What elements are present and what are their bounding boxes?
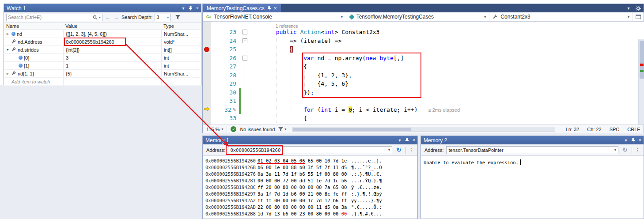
memory2-address-input[interactable] <box>448 147 614 153</box>
scrollbar-thumb[interactable] <box>640 41 644 79</box>
watch-row[interactable]: ▶nd[1, 1]{5}NumShar... <box>4 70 201 78</box>
code-line[interactable]: 26− var nd = np.array(new byte[,] <box>203 54 644 63</box>
glyph-margin-cell[interactable] <box>203 97 211 106</box>
line-number[interactable]: 24 <box>211 37 239 45</box>
columns-options-icon[interactable]: ⋮ <box>635 147 640 153</box>
glyph-margin-cell[interactable] <box>203 62 211 71</box>
breakpoint-icon[interactable] <box>204 47 209 52</box>
watch-row[interactable]: [0]3int <box>4 54 201 62</box>
status-spaces[interactable]: SPC <box>610 127 620 132</box>
type-dropdown[interactable]: Tensorflow.MemoryTestingCases ▾ <box>346 12 490 21</box>
code-line[interactable]: 25 { <box>203 45 644 54</box>
code-line[interactable]: 33 { <box>203 114 644 123</box>
watch-row[interactable]: nd.Address0x000002556b194260void* <box>4 38 201 46</box>
fold-margin-cell[interactable]: − <box>241 37 248 45</box>
code-line[interactable]: 27 { <box>203 62 644 71</box>
code-text[interactable]: var nd = np.array(new byte[,] <box>248 54 644 63</box>
watch-search-box[interactable]: ▾ <box>6 14 102 21</box>
search-input[interactable] <box>8 15 91 20</box>
expander-icon[interactable]: ▼ <box>5 48 10 51</box>
code-text[interactable]: {1, 2, 3}, <box>248 71 644 80</box>
close-icon[interactable]: × <box>194 5 201 11</box>
fold-collapse-icon[interactable]: − <box>242 30 247 34</box>
glyph-margin-cell[interactable] <box>203 114 211 123</box>
column-name[interactable]: Name <box>4 23 63 30</box>
fold-margin-cell[interactable] <box>241 106 248 114</box>
watch-row[interactable]: Add item to watch <box>4 78 201 86</box>
code-text[interactable]: { <box>248 45 644 54</box>
fold-collapse-icon[interactable]: − <box>242 38 247 43</box>
editor-vertical-scrollbar[interactable] <box>638 39 644 125</box>
issues-status[interactable]: No issues found <box>240 127 275 132</box>
window-position-icon[interactable]: ▾ <box>396 137 403 143</box>
split-window-icon[interactable] <box>633 12 644 21</box>
code-text[interactable]: { <box>248 114 644 123</box>
fold-margin-cell[interactable] <box>241 114 248 123</box>
chevron-down-icon[interactable]: ▾ <box>614 148 616 152</box>
memory-row[interactable]: 0x000002556B1942760a 3a 11 7d 1f b6 55 1… <box>205 171 417 177</box>
code-text[interactable]: public Action<int> Constant2x3 <box>248 28 644 37</box>
line-number[interactable]: 30 <box>211 88 239 97</box>
code-text[interactable]: for (int i = 0; i < iterate; i++)≤ 2ms e… <box>248 106 644 114</box>
member-dropdown[interactable]: Constant2x3 ▾ <box>489 12 633 21</box>
refresh-icon[interactable]: ↻ <box>395 147 403 153</box>
code-line[interactable]: 32✎ for (int i = 0; i < iterate; i++)≤ 2… <box>203 106 644 114</box>
memory-row[interactable]: 0x000002556B19428100 00 00 72 00 dd 51 1… <box>205 177 417 184</box>
code-text[interactable]: {4, 5, 6} <box>248 79 644 88</box>
memory2-header[interactable]: Memory 2 ▾ × <box>421 136 644 144</box>
expander-icon[interactable]: ▶ <box>5 72 10 76</box>
refresh-icon[interactable]: ↻ <box>621 147 629 153</box>
memory-row[interactable]: 0x000002556B1942A2ff ff 00 00 00 00 1c 7… <box>205 197 417 204</box>
glyph-margin-cell[interactable] <box>203 37 211 45</box>
watch-row[interactable]: [1]1int <box>4 62 201 70</box>
memory2-address-combo[interactable]: ▾ <box>446 146 618 154</box>
search-depth-select[interactable]: 3 ▾ <box>155 14 170 21</box>
fold-margin-cell[interactable] <box>241 88 248 97</box>
glyph-margin-cell[interactable] <box>203 71 211 80</box>
line-number[interactable]: 28 <box>211 71 239 80</box>
line-number[interactable]: 29 <box>211 79 239 88</box>
memory-row[interactable]: 0x000002556B19426001 02 03 04 05 06 65 0… <box>205 158 417 164</box>
memory1-header[interactable]: Memory 1 ▾ × <box>203 136 417 144</box>
chevron-down-icon[interactable]: ▾ <box>388 148 390 152</box>
issues-filter-icon[interactable]: ▾ <box>278 127 286 132</box>
memory-row[interactable]: 0x000002556B19428Cff 20 00 80 00 00 00 0… <box>205 184 417 191</box>
memory-row[interactable]: 0x000002556B19426Bb6 00 1e 00 88 b0 3f 5… <box>205 164 417 171</box>
search-next-icon[interactable]: → <box>113 14 119 21</box>
line-number[interactable]: 25 <box>211 45 239 54</box>
glyph-margin-cell[interactable] <box>203 79 211 88</box>
fold-collapse-icon[interactable]: − <box>242 56 247 60</box>
search-icon[interactable] <box>93 15 98 20</box>
tab-list-caret-icon[interactable]: ▾ <box>625 5 632 11</box>
watch-row[interactable]: ▼nd.strides{int[2]}int[] <box>4 46 201 54</box>
status-eol[interactable]: CRLF <box>627 127 640 132</box>
code-text[interactable]: { <box>248 62 644 71</box>
memory1-address-input[interactable] <box>230 147 388 153</box>
glyph-margin-cell[interactable] <box>203 106 211 114</box>
window-position-icon[interactable]: ▾ <box>180 5 187 11</box>
code-line[interactable]: 23− public Action<int> Constant2x3 <box>203 28 644 37</box>
search-options-caret-icon[interactable]: ▾ <box>99 15 101 19</box>
glyph-margin-cell[interactable] <box>203 28 211 37</box>
line-number[interactable]: 27 <box>211 62 239 71</box>
memory1-address-combo[interactable]: ▾ <box>228 146 392 154</box>
code-text[interactable]: }); <box>248 88 644 97</box>
fold-margin-cell[interactable] <box>241 79 248 88</box>
code-line[interactable]: 31 <box>203 97 644 106</box>
pin-icon[interactable] <box>403 137 410 143</box>
close-icon[interactable]: × <box>410 137 417 143</box>
line-number[interactable]: 33 <box>211 114 239 123</box>
fold-margin-cell[interactable]: − <box>241 28 248 37</box>
line-number[interactable]: 32✎ <box>211 106 239 114</box>
code-area[interactable]: 1 reference 23− public Action<int> Const… <box>203 22 644 125</box>
close-icon[interactable]: × <box>636 137 644 143</box>
column-type[interactable]: Type <box>161 23 201 30</box>
gear-icon[interactable] <box>635 5 642 11</box>
glyph-margin-cell[interactable] <box>203 88 211 97</box>
watch-header[interactable]: Watch 1 ▾ × <box>4 4 201 12</box>
project-dropdown[interactable]: C# TensorFlowNET.Console ▾ <box>203 12 346 21</box>
code-text[interactable]: => (iterate) => <box>248 37 644 45</box>
memory-row[interactable]: 0x000002556B1942B81d 7d 13 b6 00 23 00 8… <box>205 211 417 217</box>
tab-close-icon[interactable]: × <box>274 5 277 11</box>
code-line[interactable]: 30 }); <box>203 88 644 97</box>
